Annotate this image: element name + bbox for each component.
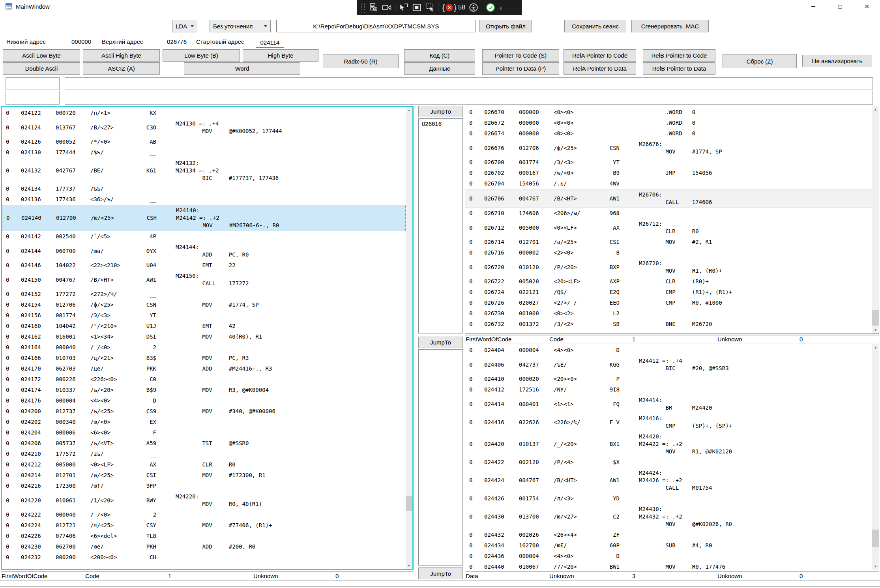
listing-row[interactable]: 0024140012700/ю/<25>CSHM24140: M24142 =:… bbox=[2, 205, 406, 231]
close-button[interactable]: × bbox=[855, 0, 879, 13]
listing-row[interactable]: 0024212005000<0><LF>AX CLR R0 bbox=[2, 459, 406, 470]
listing-row[interactable]: 0026730001000<0><2>L2 bbox=[465, 308, 872, 319]
listing-row[interactable]: 0026726020027<27>/ /EEO CMP R0, #1000 bbox=[465, 298, 872, 308]
camera-icon[interactable] bbox=[382, 3, 391, 12]
listing-row[interactable]: 0024220010061/1/<20>BWYM24220: MOV R0, 4… bbox=[2, 491, 406, 509]
aux-box-wide-1[interactable] bbox=[65, 77, 873, 90]
cursor-capture-icon[interactable] bbox=[399, 3, 408, 12]
refine-select[interactable]: Без уточнения bbox=[210, 20, 271, 32]
listing-row[interactable]: 0024430013700/ю/<27>C2M24430: M24432 =: … bbox=[465, 504, 872, 530]
collapse-chevron-icon[interactable]: ‹ bbox=[500, 3, 502, 12]
scroll-down-icon[interactable]: ▼ bbox=[872, 563, 879, 570]
right-bottom-scrollbar[interactable]: ▲ ▼ bbox=[872, 344, 879, 570]
listing-row[interactable]: 0024200012737/ъ/<25>CS9 MOV #340, @#K000… bbox=[2, 406, 406, 417]
listing-row[interactable]: 0026706004767/В/<HT>AW1M26706: CALL 1746… bbox=[465, 189, 872, 208]
format-select[interactable]: LDA bbox=[172, 20, 197, 32]
aux-box-left-2[interactable] bbox=[6, 91, 60, 105]
listing-row[interactable]: 0024424004767/В/<HT>AW1M24424: M24426 =:… bbox=[465, 468, 872, 493]
listing-row[interactable]: 0024132042767/ВЕ/KG1M24132: M24134 =: .+… bbox=[2, 158, 406, 184]
relb-pointer-code-button[interactable]: RelB Pointer to Code bbox=[643, 49, 715, 62]
listing-row[interactable]: 0024122000720/п/<1>KX bbox=[2, 108, 406, 118]
open-file-button[interactable]: Открыть файл bbox=[479, 20, 532, 32]
listing-row[interactable]: 0024176000004<4><0>D bbox=[2, 395, 406, 406]
listing-row[interactable]: 0024206005737/ъ/<VT>A59 TST @#SSR0 bbox=[2, 438, 406, 449]
listing-row[interactable]: 0026712005000<0><LF>AXM26712: CLR R0 bbox=[465, 219, 872, 237]
listing-row[interactable]: 0024150004767/В/<HT>AW1M24150: CALL 1772… bbox=[2, 271, 406, 289]
jumpto-list-mid[interactable] bbox=[418, 349, 463, 566]
test-report-icon[interactable] bbox=[369, 3, 378, 12]
listing-row[interactable]: 0024164000040/ /<0>2 bbox=[2, 342, 406, 353]
accessibility-icon[interactable] bbox=[469, 3, 478, 12]
listing-row[interactable]: 0026724022121/Q$/E2Q CMP (R1)+, (R1)+ bbox=[465, 287, 872, 298]
listing-row[interactable]: 0024202000340/ю/<0>EX bbox=[2, 417, 406, 427]
region-capture-icon[interactable] bbox=[425, 3, 434, 12]
file-path-input[interactable] bbox=[276, 20, 476, 32]
double-ascii-button[interactable]: Double Ascii bbox=[3, 62, 80, 75]
listing-row[interactable]: 0026722005020<20><LF>AXP CLR (R0)+ bbox=[465, 276, 872, 287]
listing-row[interactable]: 0026720010120/Р/<20>BXPM26720: MOV R1, (… bbox=[465, 258, 872, 276]
listing-row[interactable]: 0024174010337/ъ/<20>B$9 MOV R3, @#K00004 bbox=[2, 385, 406, 395]
listing-row[interactable]: 0024160104042/"/<210>U1J EMT 42 bbox=[2, 321, 406, 331]
listing-row[interactable]: 0024226077406<6><del>TL8 bbox=[2, 531, 406, 541]
listing-row[interactable]: 0024436000004<4><0>D bbox=[465, 551, 872, 562]
listing-row[interactable]: 0024136177436<36>/ъ/__ bbox=[2, 194, 406, 205]
radix50-button[interactable]: Radix-50 (R) bbox=[323, 54, 399, 68]
listing-row[interactable]: 0024146104022<22><210>U04 EMT 22 bbox=[2, 260, 406, 271]
jumpto-list-item[interactable]: 026616 bbox=[419, 119, 462, 129]
grip-handle-icon[interactable] bbox=[360, 2, 365, 13]
listing-row[interactable]: 0026672000000<0><0> .WORD 0 bbox=[465, 118, 872, 128]
jumpto-button-bottom[interactable]: JumpTo bbox=[418, 567, 463, 579]
listing-row[interactable]: 0024156001774/Э/<3>YT bbox=[2, 310, 406, 321]
listing-row[interactable]: 0026676012706/ф/<25>CSNM26676: MOV #1774… bbox=[465, 139, 872, 157]
code-button[interactable]: Код (C) bbox=[404, 49, 475, 62]
asciz-button[interactable]: ASCIZ (A) bbox=[83, 62, 160, 75]
scroll-up-icon[interactable]: ▲ bbox=[406, 107, 412, 114]
listing-row[interactable]: 0024422002120/Р/<4>$X bbox=[465, 457, 872, 468]
rela-pointer-data-button[interactable]: RelA Pointer to Data bbox=[564, 62, 636, 75]
listing-row[interactable]: 0024124013767/В/<27>C3OM24130 =: .+4 MOV… bbox=[2, 118, 406, 137]
low-byte-button[interactable]: Low Byte (B) bbox=[163, 49, 240, 62]
pointer-to-code-button[interactable]: Pointer To Code (S) bbox=[482, 49, 559, 62]
listing-row[interactable]: 0026732001372/З/<2>SB BNE M26720 bbox=[465, 319, 872, 330]
listing-row[interactable]: 0024232000200<200><0>CH bbox=[2, 552, 406, 563]
jumpto-button-top[interactable]: JumpTo bbox=[418, 106, 463, 117]
listing-row[interactable]: 0024126000052/*/<0>AB bbox=[2, 137, 406, 147]
maximize-button[interactable]: □ bbox=[828, 0, 852, 13]
high-byte-button[interactable]: High Byte bbox=[243, 49, 318, 62]
aux-box-left-1[interactable] bbox=[6, 77, 60, 90]
listing-row[interactable]: 0024416022626<226>/%/F VM24416: CMP (SP)… bbox=[465, 413, 872, 431]
listing-row[interactable]: 0024172000226<226><0>C0 bbox=[2, 374, 406, 385]
listing-row[interactable]: 0024162016001<1><34>DSI MOV 40(R0), R1 bbox=[2, 331, 406, 342]
scroll-down-icon[interactable]: ▼ bbox=[872, 327, 879, 333]
ascii-high-byte-button[interactable]: Ascii High Byte bbox=[83, 49, 160, 62]
relb-pointer-data-button[interactable]: RelB Pointer to Data bbox=[643, 62, 715, 75]
listing-row[interactable]: 0024152177272<272>/Ч/__ bbox=[2, 289, 406, 300]
listing-row[interactable]: 0024230062700/юе/PKH ADD #200, R0 bbox=[2, 541, 406, 552]
listing-row[interactable]: 0026710174606<206>/ы/968 bbox=[465, 208, 872, 219]
word-button[interactable]: Word bbox=[184, 62, 300, 75]
listing-row[interactable]: 0024414000401<1><1>FQM24414: BR M24420 bbox=[465, 395, 872, 413]
listing-row[interactable]: 0024222000040/ /<0>2 bbox=[2, 509, 406, 520]
right-top-scrollbar[interactable]: ▲ ▼ bbox=[872, 106, 879, 333]
pointer-to-data-button[interactable]: Pointer To Data (P) bbox=[482, 62, 559, 75]
save-session-button[interactable]: Сохранить сеанс bbox=[564, 20, 626, 32]
listing-row[interactable]: 0024144060700/юа/OYXM24144: ADD PC, R0 bbox=[2, 242, 406, 260]
listing-row[interactable]: 0024412172516/NУ/9I8 bbox=[465, 384, 872, 395]
generate-mac-button[interactable]: Сгенерировать .MAC bbox=[631, 20, 709, 32]
scroll-up-icon[interactable]: ▲ bbox=[872, 344, 879, 351]
scroll-thumb[interactable] bbox=[872, 310, 879, 326]
status-ok-icon[interactable] bbox=[486, 3, 495, 12]
listing-row[interactable]: 0026674000000<0><0> .WORD 0 bbox=[465, 128, 872, 139]
listing-row[interactable]: 0024432002026<26><4>ZF bbox=[465, 530, 872, 540]
listing-row[interactable]: 0026700001774/Э/<3>YT bbox=[465, 157, 872, 168]
listing-row[interactable]: 0024216172300/юТ/9FP bbox=[2, 481, 406, 491]
jumpto-list-top[interactable]: 026616 bbox=[418, 118, 463, 333]
listing-row[interactable]: 0026670000000<0><0> .WORD 0 bbox=[465, 107, 872, 118]
listing-row[interactable]: 0024434162700/юЕ/60P SUB #4, R0 bbox=[465, 540, 872, 551]
rela-pointer-code-button[interactable]: RelA Pointer to Code bbox=[564, 49, 636, 62]
listing-row[interactable]: 0024406042737/ъЕ/KGGM24412 =: .+4 BIC #2… bbox=[465, 356, 872, 374]
reset-button[interactable]: Сброс (Z) bbox=[723, 54, 797, 68]
listing-row[interactable]: 0024420010137/_/<20>BX1M24420: M24422 =:… bbox=[465, 431, 872, 457]
listing-row[interactable]: 0026704154056/.ь/4WV bbox=[465, 178, 872, 189]
listing-row[interactable]: 0024410000020<20><0>P bbox=[465, 374, 872, 384]
